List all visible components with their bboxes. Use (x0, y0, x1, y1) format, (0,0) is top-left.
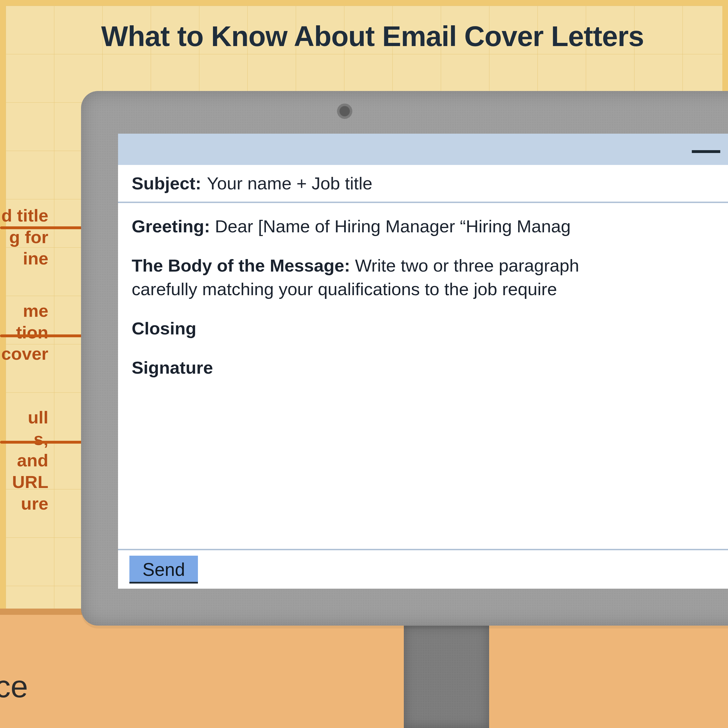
compose-footer: Send (118, 549, 728, 589)
minimize-icon[interactable]: — (692, 133, 720, 166)
callout-subject-tip: d title g for ine (0, 205, 48, 269)
closing-line: Closing (132, 317, 728, 340)
body-value-line2: carefully matching your qualifications t… (132, 277, 728, 301)
background-desk (0, 609, 728, 728)
signature-line: Signature (132, 356, 728, 380)
subject-value: Your name + Job title (207, 173, 373, 193)
greeting-label: Greeting: (132, 216, 210, 236)
greeting-value: Dear [Name of Hiring Manager “Hiring Man… (215, 216, 571, 236)
monitor-frame: — A Subject: Your name + Job title Greet… (81, 91, 728, 626)
subject-label: Subject: (132, 173, 201, 193)
page-title: What to Know About Email Cover Letters (0, 20, 728, 53)
monitor-stand (404, 626, 489, 728)
window-titlebar: — A (118, 134, 728, 165)
greeting-line: Greeting: Dear [Name of Hiring Manager “… (132, 214, 728, 238)
signature-label: Signature (132, 358, 213, 377)
body-value-line1: Write two or three paragraph (355, 255, 579, 275)
subject-row[interactable]: Subject: Your name + Job title (118, 165, 728, 203)
callout-text: me tion cover (0, 300, 48, 365)
callout-body-tip: me tion cover (0, 300, 48, 365)
send-button[interactable]: Send (129, 556, 198, 584)
message-body-area[interactable]: Greeting: Dear [Name of Hiring Manager “… (118, 203, 728, 549)
body-of-message: The Body of the Message: Write two or th… (132, 254, 728, 301)
callout-text: ull s, and URL ure (0, 407, 48, 514)
body-label: The Body of the Message: (132, 255, 350, 275)
callout-text: d title g for ine (0, 205, 48, 269)
brand-watermark: ance (0, 668, 28, 704)
webcam-icon (337, 104, 352, 119)
callout-signature-tip: ull s, and URL ure (0, 407, 48, 514)
closing-label: Closing (132, 318, 196, 338)
email-compose-window: — A Subject: Your name + Job title Greet… (118, 134, 728, 589)
